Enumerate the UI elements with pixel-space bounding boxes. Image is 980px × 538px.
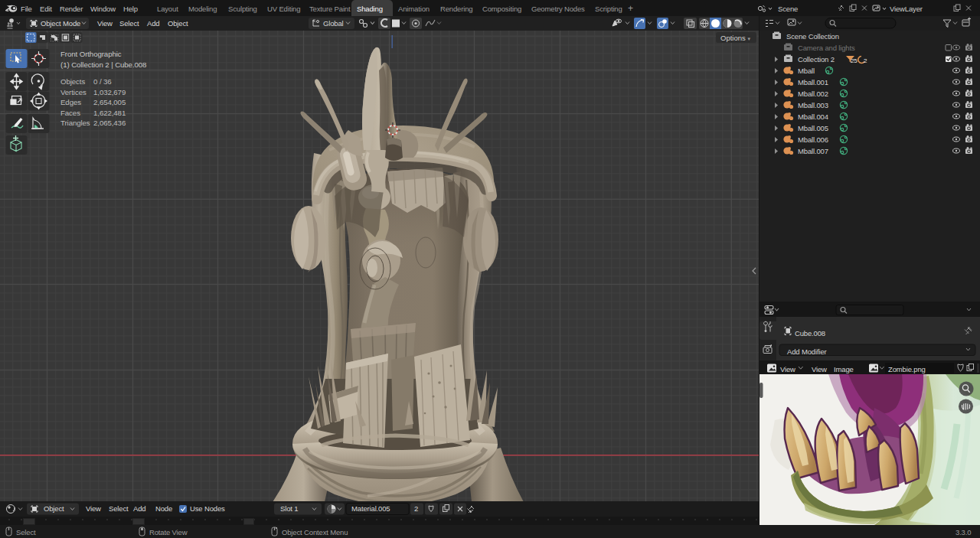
svg-text:Mball.006: Mball.006 bbox=[798, 135, 828, 144]
svg-text:Mball.002: Mball.002 bbox=[798, 90, 828, 98]
svg-text:Mball: Mball bbox=[798, 67, 815, 75]
svg-text:Mball.003: Mball.003 bbox=[798, 101, 828, 109]
svg-text:Mball.001: Mball.001 bbox=[798, 78, 828, 86]
svg-text:Mball.005: Mball.005 bbox=[798, 124, 828, 132]
svg-text:Mball.004: Mball.004 bbox=[798, 112, 828, 121]
svg-text:Mball.007: Mball.007 bbox=[798, 147, 828, 155]
